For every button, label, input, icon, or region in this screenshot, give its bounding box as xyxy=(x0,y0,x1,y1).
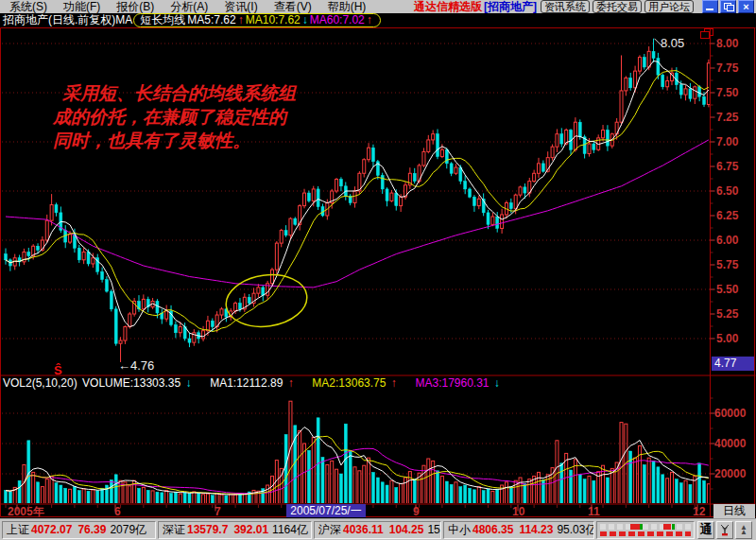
status-bar: 上证 4072.07 76.39 2079亿 深证 13579.7 392.01… xyxy=(0,518,756,540)
info-system-button[interactable]: 资讯系统 xyxy=(541,0,590,13)
svg-text:6.00: 6.00 xyxy=(716,234,739,247)
svg-text:6.25: 6.25 xyxy=(716,209,739,222)
minimize-icon xyxy=(706,9,713,10)
svg-text:7.75: 7.75 xyxy=(716,61,739,75)
svg-text:9: 9 xyxy=(413,505,420,518)
tdx-logo-button[interactable]: 通 xyxy=(697,521,714,539)
stock-title: 招商地产(日线.前复权) xyxy=(3,13,115,27)
restore-button[interactable] xyxy=(720,0,736,13)
menu-system[interactable]: 系统(S) xyxy=(9,0,47,13)
index-shenzhen[interactable]: 深证 13579.7 392.01 1164亿 xyxy=(158,521,312,539)
svg-text:11: 11 xyxy=(588,505,600,518)
menu-bar: 系统(S) 功能(F) 报价(B) 分析(A) 资讯(I) 查看(V) 帮助(H… xyxy=(0,0,756,13)
index-shanghai[interactable]: 上证 4072.07 76.39 2079亿 xyxy=(2,521,156,539)
index-hushen300[interactable]: 沪深 4036.11 104.25 1581亿 xyxy=(314,521,441,539)
down-arrow-icon: ↓ xyxy=(302,13,308,27)
svg-text:5.50: 5.50 xyxy=(716,283,739,296)
close-icon: × xyxy=(743,2,748,11)
menu-analysis[interactable]: 分析(A) xyxy=(170,0,208,13)
svg-text:5.00: 5.00 xyxy=(716,332,739,345)
svg-text:5.25: 5.25 xyxy=(716,307,739,321)
indicator-name: 短长均线 xyxy=(140,13,185,27)
ma-legend-capsule: 短长均线 MA5:7.62 ↑ MA10:7.62 ↓ MA60:7.02 ↑ xyxy=(133,13,380,27)
menu-help[interactable]: 帮助(H) xyxy=(328,0,367,13)
svg-text:6.75: 6.75 xyxy=(716,160,739,173)
app-brand: 通达信精选版 xyxy=(414,0,482,13)
stock-chart[interactable]: 8.007.757.507.257.006.756.506.256.005.75… xyxy=(0,27,756,518)
indicator-prefix: MA xyxy=(115,13,132,27)
ma5-value: MA5:7.62 xyxy=(187,13,235,27)
svg-text:6.50: 6.50 xyxy=(716,184,739,198)
svg-text:40000: 40000 xyxy=(714,437,747,450)
current-stock-tag: [招商地产] xyxy=(484,0,537,13)
connection-button[interactable] xyxy=(716,521,733,539)
svg-text:5.75: 5.75 xyxy=(716,258,739,271)
menu-function[interactable]: 功能(F) xyxy=(63,0,100,13)
minimize-button[interactable] xyxy=(702,0,718,13)
svg-text:7: 7 xyxy=(215,505,221,518)
chart-header: 招商地产(日线.前复权) MA 短长均线 MA5:7.62 ↑ MA10:7.6… xyxy=(0,13,756,27)
double-up-arrow-icon: ▲▲ xyxy=(740,525,747,534)
ma10-value: MA10:7.62 xyxy=(246,13,301,27)
svg-text:2005年: 2005年 xyxy=(8,505,44,518)
svg-text:8.00: 8.00 xyxy=(716,37,739,50)
index-sme[interactable]: 中小 4806.35 114.23 95.03亿 xyxy=(443,521,594,539)
svg-text:10: 10 xyxy=(512,505,525,518)
trade-button[interactable]: 委托交易 xyxy=(593,0,642,13)
menu-quote[interactable]: 报价(B) xyxy=(116,0,154,13)
menu-info[interactable]: 资讯(I) xyxy=(224,0,257,13)
forum-button[interactable]: 用户论坛 xyxy=(644,0,694,13)
period-selector[interactable]: 日线 xyxy=(713,504,755,518)
antenna-icon xyxy=(719,523,730,536)
close-button[interactable]: × xyxy=(738,0,754,13)
svg-text:20000: 20000 xyxy=(714,467,747,480)
svg-text:6: 6 xyxy=(114,505,121,518)
market-heat-panel xyxy=(596,521,695,539)
scroll-top-button[interactable]: ▲▲ xyxy=(735,521,752,539)
svg-text:7.25: 7.25 xyxy=(716,111,739,124)
svg-text:60000: 60000 xyxy=(714,407,747,420)
menu-view[interactable]: 查看(V) xyxy=(274,0,312,13)
up-arrow-icon: ↑ xyxy=(238,13,244,27)
svg-text:7.50: 7.50 xyxy=(716,86,739,99)
tdx-app-window: 系统(S) 功能(F) 报价(B) 分析(A) 资讯(I) 查看(V) 帮助(H… xyxy=(0,0,756,540)
up-arrow-icon: ↑ xyxy=(367,13,372,27)
svg-text:7.00: 7.00 xyxy=(716,135,739,148)
ma60-value: MA60:7.02 xyxy=(310,13,365,27)
window-controls: × xyxy=(700,0,754,13)
